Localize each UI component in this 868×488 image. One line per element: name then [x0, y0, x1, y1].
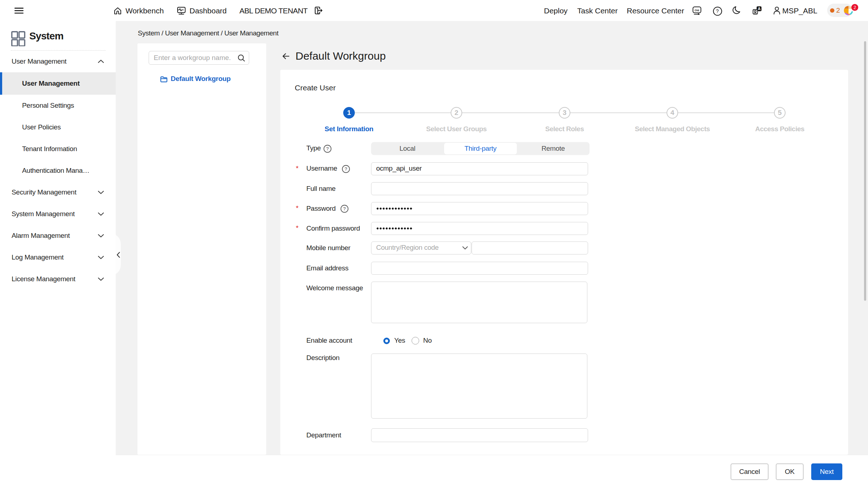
svg-text:?: ?: [326, 146, 329, 151]
svg-text:A: A: [758, 7, 761, 11]
svg-text:?: ?: [343, 206, 346, 211]
svg-text:?: ?: [716, 8, 719, 14]
svg-text:Old: Old: [695, 9, 699, 12]
svg-text:?: ?: [345, 166, 347, 172]
